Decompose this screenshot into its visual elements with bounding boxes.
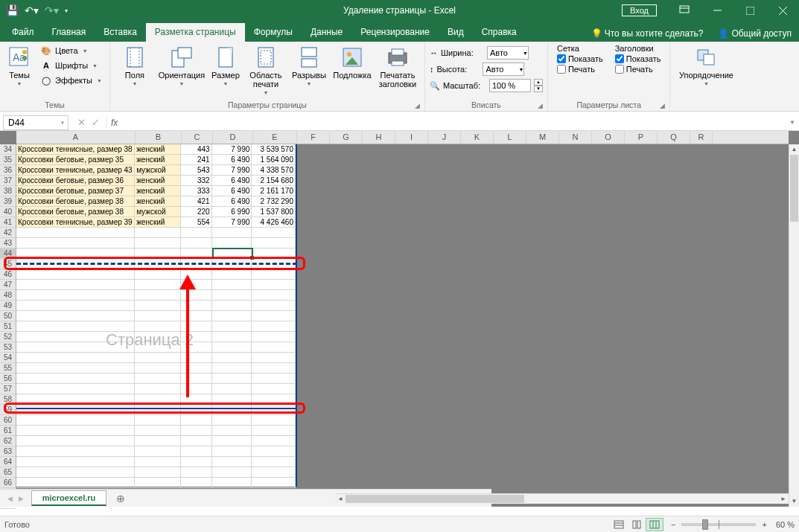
cell[interactable] — [212, 238, 252, 248]
col-header-R[interactable]: R — [690, 131, 713, 144]
row-header-43[interactable]: 43 — [0, 238, 16, 249]
cell[interactable] — [212, 457, 252, 467]
formula-input[interactable] — [122, 115, 786, 130]
redo-icon[interactable]: ↷▾ — [45, 4, 59, 16]
cell[interactable] — [16, 478, 135, 487]
cell[interactable] — [135, 280, 181, 289]
close-button[interactable] — [766, 0, 799, 21]
cell[interactable]: Кроссовки беговые, размер 38 — [16, 196, 135, 206]
cell[interactable] — [135, 228, 181, 237]
cell[interactable]: 6 490 — [212, 186, 252, 196]
cell[interactable] — [135, 269, 181, 279]
col-header-Q[interactable]: Q — [658, 131, 690, 144]
cell[interactable] — [212, 332, 252, 342]
row-header-39[interactable]: 39 — [0, 196, 16, 207]
cell[interactable]: Кроссовки теннисные, размер 38 — [16, 144, 135, 154]
row-header-50[interactable]: 50 — [0, 311, 16, 321]
tab-формулы[interactable]: Формулы — [245, 23, 302, 42]
cell[interactable] — [181, 436, 212, 446]
cell[interactable] — [181, 238, 212, 248]
row-header-42[interactable]: 42 — [0, 228, 16, 238]
col-header-F[interactable]: F — [297, 131, 330, 144]
cell[interactable] — [135, 426, 181, 435]
cell[interactable]: мужской — [135, 207, 181, 217]
cell[interactable]: Кроссовки беговые, размер 37 — [16, 186, 135, 196]
cell[interactable]: 2 732 290 — [252, 196, 296, 206]
cell[interactable] — [252, 290, 296, 300]
cell[interactable] — [212, 342, 252, 352]
row-header-63[interactable]: 63 — [0, 446, 16, 457]
cell[interactable]: 220 — [181, 207, 212, 217]
zoom-slider[interactable] — [681, 523, 756, 526]
cell[interactable] — [16, 238, 135, 248]
row-header-41[interactable]: 41 — [0, 217, 16, 228]
cell[interactable] — [212, 280, 252, 289]
cell[interactable] — [212, 415, 252, 425]
cell[interactable] — [16, 332, 135, 342]
cell[interactable]: 332 — [181, 176, 212, 185]
margins-button[interactable]: Поля▼ — [115, 44, 155, 86]
scale-up[interactable]: ▲ — [534, 79, 543, 86]
col-header-C[interactable]: C — [182, 131, 213, 144]
cell[interactable]: 2 161 170 — [252, 186, 296, 196]
print-titles-button[interactable]: Печатать заголовки — [375, 44, 420, 89]
enter-icon[interactable]: ✓ — [92, 117, 100, 128]
cell[interactable] — [135, 384, 181, 394]
cell[interactable]: 421 — [181, 196, 212, 206]
name-box[interactable]: D44▼ — [3, 115, 69, 130]
tab-файл[interactable]: Файл — [3, 23, 43, 42]
cell[interactable]: женский — [135, 155, 181, 164]
col-header-L[interactable]: L — [494, 131, 526, 144]
cell[interactable]: 241 — [181, 155, 212, 164]
cell[interactable] — [135, 290, 181, 300]
row-header-48[interactable]: 48 — [0, 290, 16, 301]
cell[interactable]: 2 154 680 — [252, 176, 296, 185]
col-header-A[interactable]: A — [16, 131, 136, 144]
cell[interactable] — [16, 321, 135, 331]
orientation-button[interactable]: Ориентация▼ — [158, 44, 206, 86]
row-header-49[interactable]: 49 — [0, 301, 16, 311]
cell[interactable]: 6 490 — [212, 176, 252, 185]
cell[interactable] — [135, 436, 181, 446]
cell[interactable] — [181, 446, 212, 456]
effects-button[interactable]: ◯Эффекты▼ — [37, 74, 105, 87]
cell[interactable] — [212, 478, 252, 487]
cell[interactable]: женский — [135, 186, 181, 196]
cell[interactable] — [181, 415, 212, 425]
col-header-G[interactable]: G — [330, 131, 363, 144]
cell[interactable] — [135, 301, 181, 310]
tab-разметка-страницы[interactable]: Разметка страницы — [146, 23, 245, 42]
col-header-D[interactable]: D — [213, 131, 253, 144]
row-header-38[interactable]: 38 — [0, 186, 16, 196]
headings-view-check[interactable]: Показать — [615, 54, 661, 63]
zoom-level[interactable]: 60 % — [776, 520, 795, 529]
cell[interactable] — [252, 311, 296, 321]
row-header-34[interactable]: 34 — [0, 144, 16, 155]
width-select[interactable]: Авто▼ — [487, 46, 529, 60]
size-button[interactable]: Размер▼ — [208, 44, 243, 86]
cell[interactable] — [212, 374, 252, 383]
signin-button[interactable]: Вход — [622, 4, 657, 16]
row-header-47[interactable]: 47 — [0, 280, 16, 290]
cell[interactable] — [16, 467, 135, 477]
sheet-launcher[interactable]: ◢ — [660, 102, 665, 109]
tab-рецензирование[interactable]: Рецензирование — [351, 23, 439, 42]
cell[interactable] — [135, 415, 181, 425]
row-header-56[interactable]: 56 — [0, 374, 16, 384]
scroll-right-icon[interactable]: ► — [778, 494, 789, 504]
cell[interactable]: Кроссовки беговые, размер 36 — [16, 176, 135, 185]
cell[interactable] — [252, 332, 296, 342]
cell[interactable] — [252, 342, 296, 352]
cell[interactable] — [135, 353, 181, 362]
scroll-left-icon[interactable]: ◄ — [335, 494, 346, 504]
fx-icon[interactable]: fx — [106, 118, 122, 128]
arrange-button[interactable]: Упорядочение▼ — [675, 44, 737, 86]
col-header-H[interactable]: H — [363, 131, 395, 144]
cell[interactable] — [181, 467, 212, 477]
cell[interactable] — [16, 269, 135, 279]
maximize-button[interactable] — [733, 0, 766, 21]
tab-главная[interactable]: Главная — [43, 23, 95, 42]
horizontal-scrollbar[interactable]: ◄ ► — [335, 493, 789, 504]
cell[interactable] — [181, 426, 212, 435]
cell[interactable]: 1 564 090 — [252, 155, 296, 164]
